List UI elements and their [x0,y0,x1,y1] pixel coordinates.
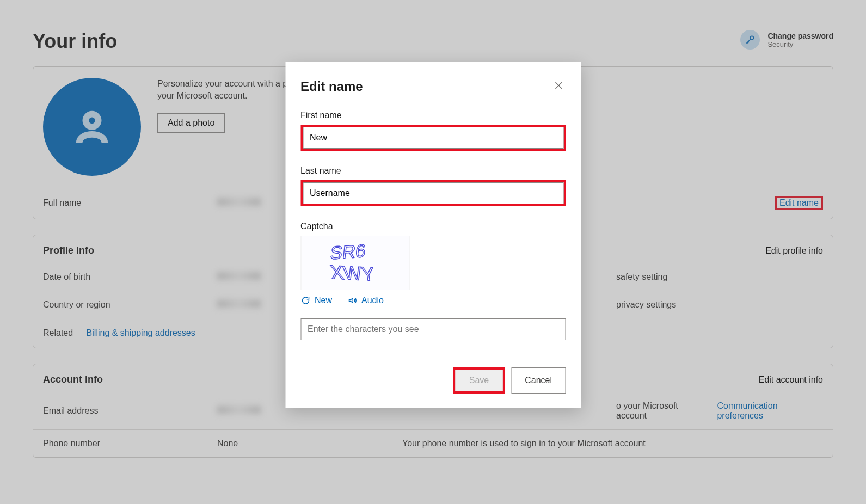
captcha-input[interactable] [300,318,566,340]
modal-scrim: Edit name First name Last name Captcha S… [0,0,866,504]
audio-icon [347,296,357,305]
svg-text:SR6: SR6 [329,241,367,263]
captcha-image: SR6 XWY [300,236,409,290]
captcha-new-link[interactable]: New [300,296,332,305]
cancel-button[interactable]: Cancel [511,367,566,394]
first-name-label: First name [300,110,566,120]
captcha-audio-link[interactable]: Audio [347,296,384,305]
close-button[interactable] [551,78,566,94]
close-icon [554,81,563,90]
last-name-input[interactable] [303,182,563,204]
edit-name-modal: Edit name First name Last name Captcha S… [285,62,581,408]
refresh-icon [300,296,310,305]
modal-title: Edit name [300,79,363,94]
last-name-label: Last name [300,166,566,176]
first-name-input[interactable] [303,127,563,149]
save-button[interactable]: Save [456,370,502,391]
captcha-label: Captcha [300,222,566,231]
svg-text:XWY: XWY [329,261,376,285]
